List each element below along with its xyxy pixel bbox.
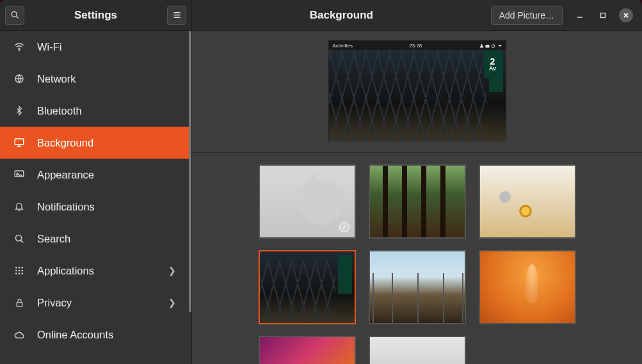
- svg-point-25: [19, 273, 20, 274]
- svg-rect-28: [485, 45, 489, 48]
- wallpaper-art: [260, 251, 355, 323]
- preview-wallpaper-art: [329, 50, 506, 141]
- sidebar-item-label: Network: [37, 73, 76, 85]
- search-button[interactable]: [5, 6, 24, 25]
- sidebar-item-label: Appearance: [37, 169, 94, 181]
- preview-activities-label: Activities: [333, 43, 353, 49]
- sidebar-item-label: Search: [37, 233, 70, 245]
- sidebar-item-notifications[interactable]: Notifications: [0, 191, 189, 223]
- svg-line-1: [16, 16, 18, 18]
- titlebar: Settings Background Add Picture…: [0, 0, 642, 31]
- content-area: Activities 23:28 2 Av: [192, 31, 642, 364]
- wallpaper-art: [480, 251, 575, 323]
- app-title: Settings: [29, 9, 162, 22]
- bluetooth-icon: [13, 105, 26, 116]
- wifi-icon: [13, 41, 26, 52]
- sidebar-item-label: Notifications: [37, 201, 95, 213]
- wallpaper-thumb-curling-stones[interactable]: [479, 164, 576, 239]
- wallpaper-thumb-focal-cat-grey[interactable]: ✓: [259, 164, 356, 239]
- preview-subway-sign: 2 Av: [484, 50, 502, 78]
- sidebar: Wi-Fi Network Bluetooth Background Appea: [0, 31, 192, 364]
- svg-point-23: [21, 270, 23, 272]
- bell-icon: [13, 201, 26, 212]
- svg-point-19: [19, 267, 20, 269]
- sidebar-item-label: Online Accounts: [37, 329, 113, 341]
- titlebar-content-zone: Background Add Picture…: [192, 0, 642, 30]
- sidebar-scrollbar-thumb[interactable]: [189, 31, 191, 312]
- svg-point-26: [21, 273, 23, 274]
- search-icon: [10, 10, 20, 20]
- wallpaper-thumb-magenta-gradient[interactable]: [259, 336, 356, 364]
- add-picture-button[interactable]: Add Picture…: [491, 6, 563, 25]
- hamburger-icon: [172, 10, 182, 20]
- minimize-button[interactable]: [573, 8, 587, 22]
- svg-point-24: [15, 273, 17, 274]
- slideshow-badge-icon: ✓: [339, 222, 349, 232]
- preview-sign-number: 2: [490, 57, 495, 66]
- wallpaper-thumb-subway-2av[interactable]: [259, 250, 356, 324]
- wallpaper-thumb-focal-cat-light[interactable]: [369, 336, 466, 364]
- svg-point-16: [15, 235, 21, 241]
- appearance-icon: [13, 169, 26, 180]
- search-icon: [13, 233, 26, 244]
- sidebar-item-label: Applications: [37, 265, 94, 277]
- wallpaper-art: [260, 337, 355, 364]
- sidebar-item-applications[interactable]: Applications ❯: [0, 255, 189, 287]
- current-background-preview[interactable]: Activities 23:28 2 Av: [329, 41, 506, 141]
- svg-rect-6: [601, 13, 606, 17]
- panel-title: Background: [197, 9, 486, 22]
- wallpaper-art: [370, 337, 465, 364]
- svg-point-9: [19, 50, 20, 51]
- svg-rect-27: [17, 302, 22, 306]
- close-button[interactable]: [619, 8, 633, 22]
- preview-status-icons: [479, 43, 502, 49]
- preview-sign-text: Av: [489, 66, 496, 72]
- svg-point-18: [15, 267, 17, 269]
- current-background-preview-row: Activities 23:28 2 Av: [192, 31, 642, 153]
- settings-window: Settings Background Add Picture…: [0, 0, 642, 364]
- close-icon: [623, 12, 629, 19]
- svg-point-22: [19, 270, 20, 272]
- wallpaper-thumb-suspension-bridge[interactable]: [369, 250, 466, 324]
- sidebar-item-privacy[interactable]: Privacy ❯: [0, 287, 189, 319]
- preview-topbar: Activities 23:28: [329, 41, 506, 50]
- add-picture-label: Add Picture…: [499, 10, 554, 20]
- preview-clock: 23:28: [409, 43, 422, 49]
- lock-icon: [13, 297, 26, 308]
- wallpaper-thumb-forest-sunlight[interactable]: [369, 164, 466, 239]
- sidebar-item-label: Privacy: [37, 297, 72, 309]
- chevron-right-icon: ❯: [168, 297, 176, 308]
- cloud-icon: [13, 330, 26, 339]
- sidebar-item-wifi[interactable]: Wi-Fi: [0, 31, 189, 63]
- svg-point-21: [15, 270, 17, 272]
- sidebar-item-label: Background: [37, 137, 93, 149]
- svg-point-20: [21, 267, 23, 269]
- wallpaper-art: [480, 166, 575, 237]
- display-icon: [13, 137, 26, 148]
- sidebar-scrollbar[interactable]: [189, 31, 191, 331]
- sidebar-scroll: Wi-Fi Network Bluetooth Background Appea: [0, 31, 189, 364]
- maximize-icon: [600, 12, 606, 19]
- wallpaper-art: [370, 251, 465, 323]
- hamburger-menu-button[interactable]: [167, 6, 186, 25]
- maximize-button[interactable]: [596, 8, 610, 22]
- svg-rect-11: [15, 139, 24, 145]
- titlebar-sidebar-zone: Settings: [0, 0, 192, 30]
- svg-line-17: [20, 240, 23, 242]
- sidebar-item-network[interactable]: Network: [0, 63, 189, 95]
- window-controls: [573, 8, 633, 22]
- sidebar-item-background[interactable]: Background: [0, 127, 189, 159]
- wallpaper-thumb-orange-jellyfish[interactable]: [479, 250, 576, 324]
- sidebar-item-label: Bluetooth: [37, 105, 82, 117]
- svg-point-29: [492, 45, 495, 48]
- grid-icon: [13, 265, 26, 276]
- sidebar-item-online-accounts[interactable]: Online Accounts: [0, 319, 189, 351]
- sidebar-item-appearance[interactable]: Appearance: [0, 159, 189, 191]
- wallpaper-grid: ✓: [192, 153, 642, 364]
- minimize-icon: [577, 12, 583, 19]
- window-body: Wi-Fi Network Bluetooth Background Appea: [0, 31, 642, 364]
- sidebar-item-search[interactable]: Search: [0, 223, 189, 255]
- wallpaper-art: [370, 166, 465, 237]
- sidebar-item-bluetooth[interactable]: Bluetooth: [0, 95, 189, 127]
- globe-icon: [13, 73, 26, 84]
